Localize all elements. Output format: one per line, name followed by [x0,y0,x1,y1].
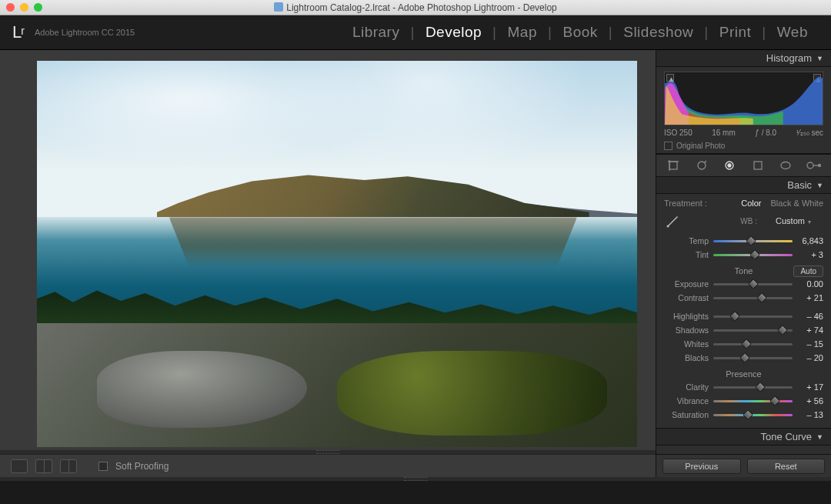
whites-value[interactable]: – 15 [797,339,823,349]
soft-proofing-label: Soft Proofing [115,461,169,472]
wb-picker-icon[interactable] [664,212,681,229]
document-icon [274,2,283,12]
original-photo-checkbox[interactable] [664,142,672,150]
svg-point-8 [807,162,813,169]
collapse-icon: ▼ [816,182,823,189]
svg-rect-0 [669,162,677,169]
svg-rect-6 [754,162,762,169]
contrast-value[interactable]: + 21 [797,293,823,302]
loupe-toolbar: Soft Proofing [0,454,656,477]
window-title: Lightroom Catalog-2.lrcat - Adobe Photos… [0,2,831,13]
saturation-value[interactable]: – 13 [797,410,823,419]
product-name: Adobe Lightroom CC 2015 [35,28,135,37]
module-map[interactable]: Map [497,24,548,41]
window-titlebar: Lightroom Catalog-2.lrcat - Adobe Photos… [0,0,831,15]
svg-point-5 [728,164,731,167]
tint-slider[interactable] [713,249,793,260]
before-after-lr-button[interactable] [35,459,52,473]
previous-button[interactable]: Previous [662,459,741,474]
module-print[interactable]: Print [709,24,763,41]
whites-slider[interactable] [713,339,793,349]
treatment-bw[interactable]: Black & White [771,199,823,208]
minimize-window-icon[interactable] [20,3,28,12]
contrast-slider[interactable] [713,292,793,303]
traffic-lights [6,3,42,12]
shadows-slider[interactable] [713,325,793,335]
vibrance-slider[interactable] [713,396,793,406]
photo-canvas[interactable] [37,61,637,447]
basic-header[interactable]: Basic ▼ [656,177,831,194]
collapse-icon: ▼ [816,55,823,62]
highlights-label: Highlights [664,312,709,321]
radial-filter-icon[interactable] [776,157,795,174]
module-book[interactable]: Book [552,24,608,41]
saturation-slider[interactable] [713,409,793,420]
app-header: Lr Adobe Lightroom CC 2015 Library| Deve… [0,15,831,50]
module-develop[interactable]: Develop [415,24,492,41]
treatment-color[interactable]: Color [741,199,761,208]
exposure-value[interactable]: 0.00 [797,279,823,289]
close-window-icon[interactable] [6,3,15,12]
develop-tool-strip [656,154,831,177]
crop-tool-icon[interactable] [664,157,682,174]
shadows-label: Shadows [664,325,709,335]
histogram-header[interactable]: Histogram ▼ [656,50,831,67]
reset-button[interactable]: Reset [747,459,826,474]
exposure-slider[interactable] [713,279,793,289]
before-after-tb-button[interactable] [60,459,77,473]
wb-dropdown[interactable]: Custom [763,216,823,225]
blacks-label: Blacks [664,353,709,362]
blacks-value[interactable]: – 20 [797,353,823,362]
basic-title: Basic [787,179,812,191]
zoom-window-icon[interactable] [34,3,42,12]
spot-removal-icon[interactable] [692,157,711,174]
saturation-label: Saturation [664,410,709,419]
clarity-value[interactable]: + 17 [797,382,823,392]
exposure-label: Exposure [664,279,709,289]
filmstrip-handle[interactable] [0,477,831,481]
iso-label: ISO 250 [664,129,692,137]
vibrance-value[interactable]: + 56 [797,396,823,406]
basic-panel: Treatment : Color Black & White WB : Cus… [656,194,831,429]
histogram-meta: ISO 250 16 mm ƒ / 8.0 ¹⁄₂₅₀ sec [664,129,823,137]
highlights-value[interactable]: – 46 [797,312,823,321]
module-slideshow[interactable]: Slideshow [612,24,704,41]
tint-value[interactable]: + 3 [797,250,823,259]
histogram-chart[interactable]: ▲ ▲ [664,72,823,125]
shadows-value[interactable]: + 74 [797,325,823,335]
temp-label: Temp [664,236,709,245]
focal-label: 16 mm [712,129,736,137]
tone-curve-header[interactable]: Tone Curve ▼ [656,429,831,446]
shutter-label: ¹⁄₂₅₀ sec [796,129,823,137]
graduated-filter-icon[interactable] [749,157,767,174]
adjustment-brush-icon[interactable] [805,157,823,174]
module-picker: Library| Develop| Map| Book| Slideshow| … [342,24,819,41]
original-photo-label: Original Photo [676,142,725,150]
highlights-slider[interactable] [713,311,793,322]
clarity-label: Clarity [664,382,709,392]
develop-footer: Previous Reset [656,454,831,477]
module-library[interactable]: Library [342,24,411,41]
aperture-label: ƒ / 8.0 [755,129,776,137]
svg-point-7 [781,162,790,169]
svg-point-11 [667,225,669,228]
contrast-label: Contrast [664,293,709,302]
redeye-icon[interactable] [720,157,739,174]
tone-curve-title: Tone Curve [761,431,812,442]
presence-title: Presence [726,369,761,379]
blacks-slider[interactable] [713,352,793,363]
temp-slider[interactable] [713,235,793,246]
module-web[interactable]: Web [766,24,819,41]
soft-proofing-checkbox[interactable] [98,462,108,471]
auto-tone-button[interactable]: Auto [793,265,823,277]
temp-value[interactable]: 6,843 [797,236,823,245]
loupe-view-button[interactable] [11,459,28,473]
clarity-slider[interactable] [713,382,793,392]
whites-label: Whites [664,339,709,349]
tone-title: Tone [735,266,753,275]
wb-label: WB : [687,217,757,225]
svg-point-10 [818,165,820,167]
collapse-icon: ▼ [816,433,823,441]
histogram-title: Histogram [766,52,812,64]
vibrance-label: Vibrance [664,396,709,406]
